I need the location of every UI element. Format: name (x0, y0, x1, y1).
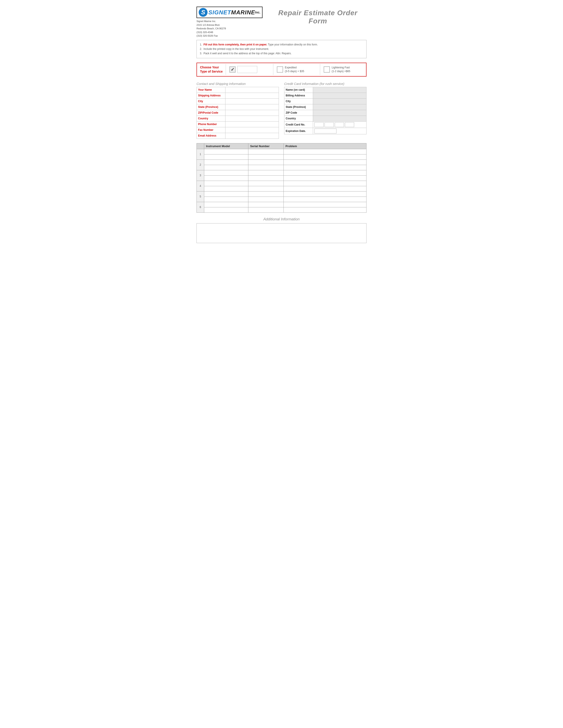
instrument-row-2: 2 (197, 159, 367, 165)
instrument-problem-5b[interactable] (284, 197, 367, 202)
contact-input-state[interactable] (225, 104, 279, 110)
instrument-problem-3b[interactable] (284, 175, 367, 181)
contact-input-address[interactable] (225, 93, 279, 98)
contact-row-name: Your Name (197, 87, 279, 93)
instrument-serial-6a[interactable] (248, 202, 284, 207)
instrument-model-6a[interactable] (204, 202, 248, 207)
instrument-serial-4a[interactable] (248, 181, 284, 186)
cc-input-name[interactable] (313, 87, 367, 93)
contact-label-name: Your Name (197, 87, 225, 93)
service-label: Choose Your Type of Service (197, 63, 226, 76)
instrument-serial-5b[interactable] (248, 197, 284, 202)
instruction-step1-rest: Type your information directly on this f… (267, 43, 318, 46)
cc-input-zip[interactable] (313, 110, 367, 116)
instrument-row-3: 3 (197, 170, 367, 175)
header: S SIGNET MARINE Inc. Signet Marine Inc. … (196, 7, 367, 38)
instrument-serial-2b[interactable] (248, 165, 284, 170)
instrument-serial-1a[interactable] (248, 149, 284, 154)
service-standard-box[interactable] (237, 66, 257, 73)
instrument-header-problem: Problem (284, 143, 367, 149)
instrument-problem-1b[interactable] (284, 154, 367, 159)
instrument-problem-2a[interactable] (284, 159, 367, 165)
instrument-rownum-3: 3 (197, 170, 204, 181)
contact-section-title: Contact and Shipping Information (196, 82, 279, 86)
instrument-row-5b (197, 197, 367, 202)
contact-label-state: State (Province) (197, 104, 225, 110)
instrument-row-4b (197, 186, 367, 191)
cc-num-boxes (315, 122, 365, 127)
contact-input-country[interactable] (225, 116, 279, 121)
additional-section: Additional Information (196, 217, 367, 243)
cc-input-city[interactable] (313, 98, 367, 104)
additional-info-box[interactable] (196, 223, 367, 243)
instrument-model-1b[interactable] (204, 154, 248, 159)
instrument-model-5a[interactable] (204, 191, 248, 197)
instrument-row-1: 1 (197, 149, 367, 154)
logo-box: S SIGNET MARINE Inc. (196, 7, 262, 18)
cc-exp-box[interactable] (315, 129, 337, 133)
cc-input-number[interactable] (313, 121, 367, 128)
checkbox-expedited[interactable] (277, 66, 283, 73)
cc-num-box-3[interactable] (335, 122, 344, 127)
service-option-lightning[interactable]: Lightening Fast(1-2 days) +$65 (320, 64, 354, 75)
instrument-serial-6b[interactable] (248, 207, 284, 212)
instrument-model-5b[interactable] (204, 197, 248, 202)
cc-row-zip: ZIP Code (285, 110, 367, 116)
contact-label-address: Shipping Address (197, 93, 225, 98)
instrument-problem-3a[interactable] (284, 170, 367, 175)
checkbox-lightning[interactable] (324, 66, 330, 73)
instrument-model-4b[interactable] (204, 186, 248, 191)
address-line1: Signet Marine Inc. (196, 19, 262, 23)
contact-form-table: Your Name Shipping Address City State (P… (196, 87, 279, 139)
instrument-serial-3b[interactable] (248, 175, 284, 181)
instrument-problem-2b[interactable] (284, 165, 367, 170)
cc-input-state[interactable] (313, 104, 367, 110)
instrument-model-3a[interactable] (204, 170, 248, 175)
instrument-serial-5a[interactable] (248, 191, 284, 197)
service-option-standard[interactable]: ✓ (226, 64, 261, 75)
instrument-problem-6a[interactable] (284, 202, 367, 207)
logo-marine-text: MARINE (231, 9, 255, 16)
logo-inc-text: Inc. (255, 11, 260, 14)
form-title-block: Repair Estimate Order Form (269, 7, 367, 25)
cc-input-billing[interactable] (313, 93, 367, 98)
service-option-expedited[interactable]: Expedited(3-5 days) + $35 (273, 64, 308, 75)
instrument-rownum-2: 2 (197, 159, 204, 170)
contact-row-address: Shipping Address (197, 93, 279, 98)
instrument-serial-4b[interactable] (248, 186, 284, 191)
instrument-problem-4b[interactable] (284, 186, 367, 191)
instrument-problem-6b[interactable] (284, 207, 367, 212)
instrument-rownum-4: 4 (197, 181, 204, 191)
cc-row-number: Credit Card No. (285, 121, 367, 128)
instrument-header-row: Instrument Model Serial Number Problem (197, 143, 367, 149)
cc-input-exp[interactable] (313, 128, 367, 134)
instrument-header-num (197, 143, 204, 149)
instrument-model-6b[interactable] (204, 207, 248, 212)
instrument-model-4a[interactable] (204, 181, 248, 186)
instrument-model-2a[interactable] (204, 159, 248, 165)
cc-input-country[interactable] (313, 116, 367, 121)
company-address: Signet Marine Inc. 2315 1/2 Artesia Blvd… (196, 19, 262, 38)
instrument-serial-2a[interactable] (248, 159, 284, 165)
instrument-problem-4a[interactable] (284, 181, 367, 186)
instrument-problem-1a[interactable] (284, 149, 367, 154)
cc-row-name: Name (on card) (285, 87, 367, 93)
instrument-serial-1b[interactable] (248, 154, 284, 159)
contact-input-name[interactable] (225, 87, 279, 93)
instrument-problem-5a[interactable] (284, 191, 367, 197)
cc-num-box-4[interactable] (345, 122, 354, 127)
contact-row-state: State (Province) (197, 104, 279, 110)
instrument-model-2b[interactable] (204, 165, 248, 170)
contact-input-fax[interactable] (225, 127, 279, 133)
instrument-model-1a[interactable] (204, 149, 248, 154)
checkbox-standard[interactable]: ✓ (229, 66, 235, 73)
contact-input-zip[interactable] (225, 110, 279, 116)
cc-num-box-2[interactable] (325, 122, 334, 127)
contact-input-city[interactable] (225, 98, 279, 104)
instrument-model-3b[interactable] (204, 175, 248, 181)
cc-num-box-1[interactable] (315, 122, 324, 127)
instrument-row-1b (197, 154, 367, 159)
contact-input-email[interactable] (225, 133, 279, 139)
instrument-serial-3a[interactable] (248, 170, 284, 175)
contact-input-phone[interactable] (225, 121, 279, 127)
